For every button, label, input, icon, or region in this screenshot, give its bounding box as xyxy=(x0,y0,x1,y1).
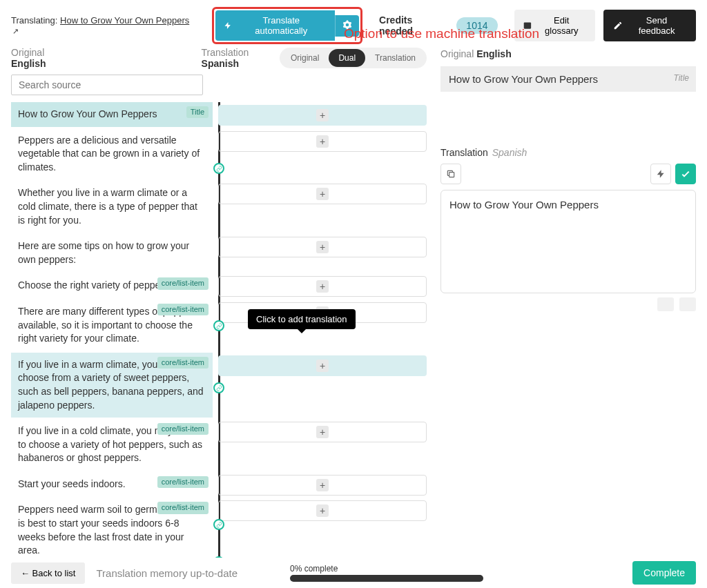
footer-button-1[interactable] xyxy=(657,297,674,311)
annotation-text: Option to use machine translation xyxy=(344,26,539,41)
copy-icon xyxy=(446,169,456,179)
send-feedback-button[interactable]: Send feedback xyxy=(603,10,696,41)
target-cell[interactable]: + xyxy=(218,422,427,442)
translate-automatically-button[interactable]: Translate automatically xyxy=(215,10,335,41)
confirm-translation-button[interactable] xyxy=(675,164,696,184)
segment-badge: Title xyxy=(186,106,209,118)
source-cell[interactable]: Choose the right variety of pepper.core/… xyxy=(11,273,213,298)
bolt-icon xyxy=(656,169,666,179)
copy-source-button[interactable] xyxy=(440,164,461,184)
translation-lang-label: Translation Spanish xyxy=(202,47,266,69)
view-dual-button[interactable]: Dual xyxy=(329,49,365,67)
segment-badge: core/list-item xyxy=(157,423,209,435)
target-cell[interactable]: + xyxy=(218,237,427,257)
title-badge: Title xyxy=(673,73,689,83)
link-icon[interactable] xyxy=(213,519,224,530)
bolt-icon xyxy=(224,21,232,30)
link-icon[interactable] xyxy=(213,320,224,331)
segment-row[interactable]: Whether you live in a warm climate or a … xyxy=(11,181,427,233)
original-title-text: How to Grow Your Own Peppers xyxy=(449,73,598,85)
link-icon[interactable] xyxy=(213,382,224,393)
back-to-list-button[interactable]: ← Back to list xyxy=(11,562,85,584)
progress-label: 0% complete xyxy=(290,564,483,574)
add-translation-button[interactable]: + xyxy=(316,135,329,148)
source-cell[interactable]: There are many different types of pepper… xyxy=(11,300,213,351)
progress-bar xyxy=(290,575,483,582)
translating-prefix: Translating: xyxy=(11,15,57,26)
check-icon xyxy=(680,168,691,179)
document-title-link[interactable]: How to Grow Your Own Peppers xyxy=(60,15,189,26)
original-title-box: How to Grow Your Own Peppers Title xyxy=(440,66,696,92)
target-cell[interactable]: + xyxy=(218,355,427,376)
target-cell[interactable]: + xyxy=(218,131,427,152)
translating-label: Translating: How to Grow Your Own Pepper… xyxy=(11,15,198,36)
segment-badge: core/list-item xyxy=(157,476,209,488)
source-cell[interactable]: Whether you live in a warm climate or a … xyxy=(11,181,213,233)
view-toggle: Original Dual Translation xyxy=(280,48,427,68)
target-cell[interactable]: + xyxy=(218,475,427,496)
target-cell[interactable]: + xyxy=(218,184,427,204)
footer-button-2[interactable] xyxy=(679,297,696,311)
right-translation-header: Translation Spanish xyxy=(440,147,696,158)
segment-row[interactable]: Here are some tips on how to grow your o… xyxy=(11,234,427,272)
search-input[interactable] xyxy=(11,75,203,95)
right-original-label: Original English xyxy=(440,48,696,59)
translation-input[interactable]: How to Grow Your Own Peppers xyxy=(440,190,696,293)
segment-row[interactable]: If you live in a cold climate, you may w… xyxy=(11,419,427,471)
source-cell[interactable]: If you live in a warm climate, you can c… xyxy=(11,353,213,418)
target-cell[interactable]: + xyxy=(218,500,427,521)
left-panel-header: Original English Translation Spanish Ori… xyxy=(11,47,427,69)
segments-list: How to Grow Your Own PeppersTitle+Pepper… xyxy=(11,102,427,558)
target-cell[interactable]: + xyxy=(218,276,427,297)
original-lang-label: Original English xyxy=(11,47,64,69)
memory-status: Translation memory up-to-date xyxy=(96,567,238,579)
source-cell[interactable]: Start your seeds indoors.core/list-item xyxy=(11,472,213,497)
translate-auto-highlight: Translate automatically xyxy=(212,7,362,44)
source-cell[interactable]: Peppers are a delicious and versatile ve… xyxy=(11,128,213,180)
add-translation-button[interactable]: + xyxy=(316,241,329,253)
translation-footer xyxy=(440,297,696,311)
link-icon[interactable] xyxy=(213,163,224,174)
bottom-bar: ← Back to list Translation memory up-to-… xyxy=(0,558,707,588)
send-feedback-label: Send feedback xyxy=(627,15,686,36)
source-cell[interactable]: Peppers need warm soil to germinate, so … xyxy=(11,498,213,558)
machine-translate-button[interactable] xyxy=(650,164,671,184)
add-translation-button[interactable]: + xyxy=(316,426,329,438)
pencil-icon xyxy=(613,21,623,30)
view-original-button[interactable]: Original xyxy=(281,49,329,67)
source-cell[interactable]: How to Grow Your Own PeppersTitle xyxy=(11,102,213,127)
add-translation-tooltip: Click to add translation xyxy=(248,309,356,329)
add-translation-button[interactable]: + xyxy=(316,188,329,200)
complete-button[interactable]: Complete xyxy=(632,561,696,585)
view-translation-button[interactable]: Translation xyxy=(365,49,425,67)
svg-rect-1 xyxy=(449,173,454,177)
main-area: Original English Translation Spanish Ori… xyxy=(0,40,707,558)
source-cell[interactable]: If you live in a cold climate, you may w… xyxy=(11,419,213,471)
segment-badge: core/list-item xyxy=(157,502,209,513)
segment-row[interactable]: How to Grow Your Own PeppersTitle+ xyxy=(11,102,427,127)
left-panel: Original English Translation Spanish Ori… xyxy=(0,40,427,558)
segment-row[interactable]: Choose the right variety of pepper.core/… xyxy=(11,273,427,298)
add-translation-button[interactable]: + xyxy=(316,479,329,491)
target-cell[interactable]: + xyxy=(218,105,427,126)
translate-auto-label: Translate automatically xyxy=(235,15,327,36)
progress-indicator: 0% complete xyxy=(290,564,483,582)
add-translation-button[interactable]: + xyxy=(316,109,329,121)
edit-glossary-label: Edit glossary xyxy=(536,15,587,36)
add-translation-button[interactable]: + xyxy=(316,504,329,517)
segment-badge: core/list-item xyxy=(157,357,209,369)
right-panel: Original English How to Grow Your Own Pe… xyxy=(427,40,707,558)
segment-badge: core/list-item xyxy=(157,304,209,315)
external-link-icon[interactable]: ↗ xyxy=(12,27,19,35)
source-cell[interactable]: Here are some tips on how to grow your o… xyxy=(11,234,213,272)
segment-row[interactable]: Start your seeds indoors.core/list-item+ xyxy=(11,472,427,497)
translation-toolbar xyxy=(440,164,696,184)
segment-badge: core/list-item xyxy=(157,277,209,289)
add-translation-button[interactable]: + xyxy=(316,280,329,293)
add-translation-button[interactable]: + xyxy=(316,360,329,372)
